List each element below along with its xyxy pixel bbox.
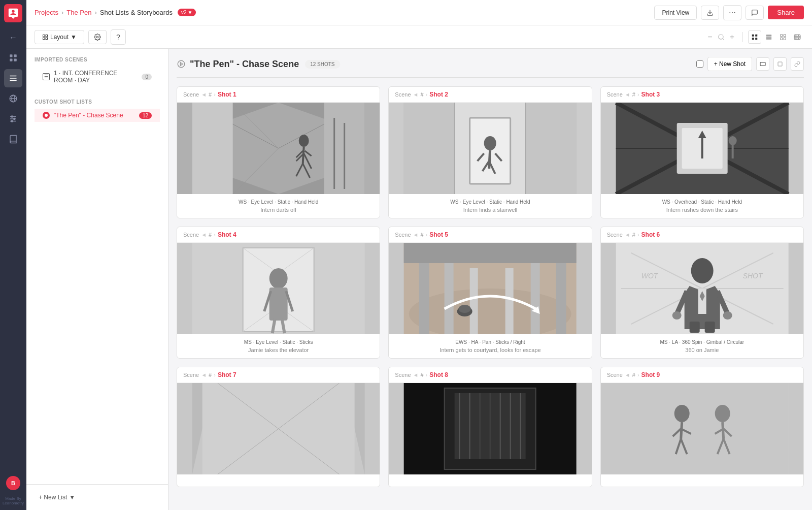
shot-card-header: Scene ◄ # › Shot 1: [177, 87, 380, 103]
svg-point-130: [672, 311, 681, 320]
zoom-icon: [718, 34, 725, 41]
help-button[interactable]: ?: [111, 29, 126, 45]
svg-rect-27: [755, 38, 757, 40]
shot-card-header: Scene ◄ # › Shot 6: [601, 227, 803, 243]
svg-rect-50: [192, 103, 233, 194]
nav-sliders-icon[interactable]: [4, 110, 22, 128]
shot-info-shot-4: MS · Eye Level · Static · Sticks Jamie t…: [177, 334, 380, 358]
view-grid-large-button[interactable]: [776, 30, 790, 44]
imported-scenes-title: IMPORTED SCENES: [35, 57, 160, 62]
zoom-controls: − +: [704, 31, 737, 43]
shot-card-shot-7[interactable]: Scene ◄ # › Shot 7: [177, 367, 380, 487]
svg-point-22: [718, 34, 723, 39]
toolbar-right: − +: [704, 30, 804, 44]
storyboard-header-right: + New Shot: [696, 57, 804, 71]
view-toggle: [748, 30, 804, 44]
shot-view-square-button[interactable]: [773, 57, 787, 71]
shot-view-link-button[interactable]: [791, 57, 804, 71]
zoom-in-button[interactable]: +: [727, 31, 737, 43]
shot-image-shot-9: [601, 383, 803, 474]
svg-text:SHOT: SHOT: [742, 272, 763, 280]
svg-rect-20: [46, 38, 48, 40]
shot-label: Shot 1: [218, 91, 236, 98]
shot-image-shot-4: [177, 243, 380, 334]
svg-line-152: [681, 422, 682, 439]
shot-card-header: Scene ◄ # › Shot 5: [389, 227, 591, 243]
svg-rect-45: [778, 62, 782, 66]
breadcrumb-projects[interactable]: Projects: [35, 9, 58, 16]
nav-back-icon[interactable]: ←: [4, 28, 22, 47]
svg-rect-150: [616, 383, 788, 474]
breadcrumb-pen[interactable]: The Pen: [66, 9, 91, 16]
comment-button[interactable]: [746, 6, 764, 20]
svg-rect-30: [766, 38, 772, 39]
view-grid-small-button[interactable]: [748, 30, 761, 44]
icon-bar: ← B Made By Leanometry: [0, 0, 26, 510]
view-list-button[interactable]: [762, 30, 775, 44]
storyboard-area: "The Pen" - Chase Scene 12 SHOTS + New S…: [168, 49, 812, 510]
svg-rect-35: [794, 35, 800, 39]
svg-point-21: [96, 36, 98, 38]
sidebar-item-conference-room[interactable]: ☰ 1 · INT. CONFERENCE ROOM · DAY 0: [35, 67, 160, 87]
svg-rect-6: [10, 80, 17, 81]
conference-room-badge: 0: [142, 74, 152, 80]
select-all-checkbox[interactable]: [696, 60, 703, 68]
shot-count-badge: 12 SHOTS: [305, 60, 340, 69]
svg-rect-17: [43, 35, 45, 37]
shot-card-shot-5[interactable]: Scene ◄ # › Shot 5 EWS · HA · Pan · Stic…: [388, 227, 592, 359]
app-logo[interactable]: [4, 4, 22, 22]
shot-info-shot-8: [389, 474, 591, 487]
svg-point-88: [728, 136, 736, 145]
settings-button[interactable]: [88, 30, 107, 44]
shot-card-shot-6[interactable]: Scene ◄ # › Shot 6 WOT SHOT: [600, 227, 804, 359]
shot-image-shot-8: [389, 383, 591, 474]
svg-point-14: [14, 118, 15, 120]
header-actions: Print View ⋯ Share: [654, 5, 804, 20]
more-options-button[interactable]: ⋯: [723, 5, 741, 20]
shot-desc: Jamie takes the elevator: [183, 347, 374, 353]
nav-user-icon[interactable]: B: [4, 474, 22, 492]
nav-book-icon[interactable]: [4, 130, 22, 148]
svg-rect-128: [689, 322, 699, 333]
svg-rect-37: [794, 38, 800, 38]
print-view-button[interactable]: Print View: [654, 6, 697, 20]
shot-card-shot-4[interactable]: Scene ◄ # › Shot 4 MS · Eye Level · Stat…: [177, 227, 380, 359]
shot-info-shot-3: WS · Overhead · Static · Hand Held Inter…: [601, 194, 803, 218]
svg-point-123: [691, 258, 713, 283]
shot-card-header: Scene ◄ # › Shot 3: [601, 87, 803, 103]
nav-list-icon[interactable]: [4, 69, 22, 87]
layout-button[interactable]: Layout ▼: [35, 30, 84, 44]
svg-rect-97: [269, 288, 288, 321]
breadcrumb-sep-1: ›: [61, 9, 63, 16]
version-badge[interactable]: v2 ▼: [178, 9, 196, 16]
shot-info-shot-7: [177, 474, 380, 487]
nav-globe-icon[interactable]: [4, 89, 22, 108]
svg-rect-108: [531, 263, 540, 334]
sidebar-item-chase-scene[interactable]: "The Pen" - Chase Scene 12: [35, 109, 160, 122]
nav-project-icon[interactable]: [4, 49, 22, 67]
view-film-button[interactable]: [791, 30, 804, 44]
download-button[interactable]: [701, 6, 719, 20]
svg-point-157: [715, 405, 730, 422]
shot-card-header: Scene ◄ # › Shot 4: [177, 227, 380, 243]
svg-rect-4: [10, 76, 17, 77]
share-button[interactable]: Share: [768, 6, 804, 19]
svg-point-151: [674, 405, 689, 422]
shot-card-shot-3[interactable]: Scene ◄ # › Shot 3 WS · Overhead · Stati…: [600, 86, 804, 218]
shot-card-shot-1[interactable]: Scene ◄ # › Shot 1 WS · Eye Level ·: [177, 86, 380, 218]
shot-label: Shot 8: [429, 371, 448, 378]
shot-view-widescreen-button[interactable]: [756, 57, 769, 71]
svg-rect-41: [798, 38, 799, 40]
shot-desc: Intern darts off: [183, 207, 374, 213]
shot-image-shot-6: WOT SHOT: [601, 243, 803, 334]
shot-card-shot-8[interactable]: Scene ◄ # › Shot 8: [388, 367, 592, 487]
shot-image-shot-5: [389, 243, 591, 334]
shot-desc: Intern gets to courtyard, looks for esca…: [395, 347, 585, 353]
svg-rect-3: [14, 59, 17, 61]
zoom-out-button[interactable]: −: [704, 31, 715, 43]
new-shot-button[interactable]: + New Shot: [707, 57, 752, 71]
shot-label: Shot 2: [429, 91, 448, 98]
shot-card-shot-9[interactable]: Scene ◄ # › Shot 9: [600, 367, 804, 487]
new-list-button[interactable]: + New List ▼: [35, 491, 160, 504]
shot-card-shot-2[interactable]: Scene ◄ # › Shot 2 WS · Eye Level · Stat…: [388, 86, 592, 218]
